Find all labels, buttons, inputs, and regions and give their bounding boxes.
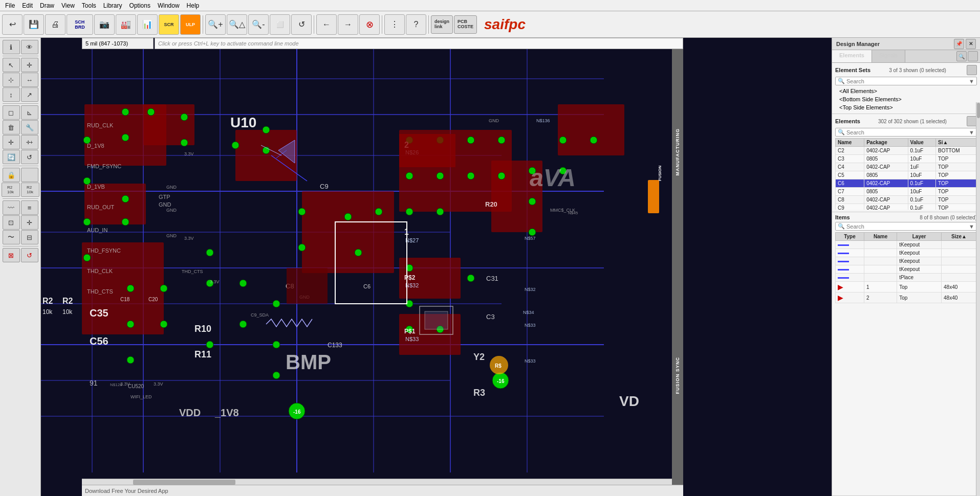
schbrd-button[interactable]: SCHBRD — [67, 14, 93, 35]
lock-button[interactable]: 🔒 — [3, 168, 20, 182]
menu-view[interactable]: View — [58, 1, 78, 10]
table-row[interactable]: C40402-CAP1uFTOP — [836, 163, 977, 171]
list-item[interactable]: tKeepout — [836, 241, 977, 249]
list-item[interactable]: tKeepout — [836, 249, 977, 257]
angle-button[interactable]: ⊾ — [21, 105, 38, 120]
help-button[interactable]: ? — [406, 14, 426, 35]
menu-options[interactable]: Options — [126, 1, 154, 10]
elements-table-scroll[interactable]: Name Package Value Si▲ C20402-CAP0.1uFBO… — [835, 138, 977, 210]
more-button[interactable]: ⋮ — [384, 14, 405, 35]
box-button[interactable]: ⊠ — [3, 248, 20, 262]
zoom-out-button[interactable]: 🔍- — [248, 14, 269, 35]
add-plus-button[interactable]: ✛+ — [21, 135, 38, 149]
element-set-top[interactable]: <Top Side Elements> — [835, 103, 977, 111]
col-name[interactable]: Name — [836, 139, 864, 147]
list-button[interactable]: ≡ — [21, 200, 38, 215]
col-side[interactable]: Si▲ — [936, 139, 977, 147]
menu-window[interactable]: Window — [155, 1, 183, 10]
menu-tools[interactable]: Tools — [79, 1, 99, 10]
ulp-button[interactable]: ULP — [180, 14, 201, 35]
table-row[interactable]: C80402-CAP0.1uFTOP — [836, 196, 977, 204]
pcb-canvas[interactable]: U10 RUD_CLK D_1V8 FMD_FSYNC D_1VB RUD_OU… — [41, 38, 832, 496]
rotate-button[interactable]: 🔄 — [3, 150, 20, 164]
items-search-settings[interactable]: ▼ — [969, 223, 974, 230]
element-sets-search-settings[interactable]: ▼ — [969, 78, 974, 84]
zoom-fit-button[interactable]: ⬜ — [270, 14, 290, 35]
menu-file[interactable]: File — [2, 1, 18, 10]
tab-elements[interactable]: Elements — [832, 50, 872, 62]
menu-edit[interactable]: Edit — [19, 1, 36, 10]
element-set-bottom[interactable]: <Bottom Side Elements> — [835, 95, 977, 103]
move-button[interactable]: ✛ — [21, 58, 38, 72]
new-button[interactable]: ↩ — [2, 14, 23, 35]
select-button[interactable]: ↖ — [3, 58, 20, 72]
list-item[interactable]: tKeepout — [836, 257, 977, 265]
wave-button[interactable]: 〰 — [3, 200, 20, 215]
right-scroll-thumb[interactable] — [977, 103, 980, 118]
table-row[interactable]: C20402-CAP0.1uFBOTTOM — [836, 147, 977, 155]
resize-h-button[interactable]: ↔ — [21, 73, 38, 87]
fab-button[interactable]: 🏭 — [116, 14, 136, 35]
right-scrollbar[interactable] — [976, 102, 980, 496]
wrench-button[interactable]: 🔧 — [21, 120, 38, 134]
element-sets-search-input[interactable] — [846, 78, 967, 84]
dm-pin-button[interactable]: 📌 — [954, 39, 964, 49]
element-sets-settings[interactable]: ⚙ — [967, 65, 977, 75]
wave2-button[interactable]: 〜 — [3, 230, 20, 244]
add-button[interactable]: ✛ — [3, 135, 20, 149]
list-item[interactable]: ▶1Top48x40 — [836, 282, 977, 292]
cam-button[interactable]: 📷 — [94, 14, 115, 35]
horizontal-scrollbar[interactable] — [82, 479, 672, 485]
elements-settings[interactable]: ⚙ — [967, 116, 977, 126]
table-row[interactable]: C5080510uFTOP — [836, 171, 977, 179]
element-set-all[interactable]: <All Elements> — [835, 87, 977, 95]
redo-button[interactable]: → — [338, 14, 358, 35]
diagonal-button[interactable]: ↗ — [21, 87, 38, 102]
undo-lt-button[interactable]: ↺ — [21, 150, 38, 164]
list-item[interactable]: tKeepout — [836, 265, 977, 274]
scroll-thumb[interactable] — [133, 480, 235, 485]
table-row[interactable]: C7080510uFTOP — [836, 188, 977, 196]
items-col-name[interactable]: Name — [864, 233, 897, 241]
cross-button[interactable]: ⊹ — [3, 73, 20, 87]
dm-close-button[interactable]: ✕ — [966, 39, 976, 49]
items-col-layer[interactable]: Layer — [897, 233, 942, 241]
eye-button[interactable]: 👁 — [21, 40, 38, 54]
stop-button[interactable]: ⊗ — [359, 14, 380, 35]
table-row[interactable]: C3080510uFTOP — [836, 155, 977, 163]
add2-button[interactable]: ✛ — [21, 215, 38, 230]
scr-button[interactable]: SCR — [159, 14, 179, 35]
undo-button[interactable]: ← — [316, 14, 337, 35]
items-col-type[interactable]: Type — [836, 233, 864, 241]
items-search-input[interactable] — [846, 223, 967, 230]
col-value[interactable]: Value — [908, 139, 935, 147]
rect-button[interactable]: ◻ — [3, 105, 20, 120]
stat-button[interactable]: 📊 — [137, 14, 158, 35]
rotate2-button[interactable]: ↺ — [21, 248, 38, 262]
items-col-size[interactable]: Size▲ — [942, 233, 977, 241]
resize-v-button[interactable]: ↕ — [3, 87, 20, 102]
menu-help[interactable]: Help — [184, 1, 203, 10]
col-package[interactable]: Package — [864, 139, 908, 147]
list-item[interactable]: ▶2Top48x40 — [836, 292, 977, 303]
save-button[interactable]: 💾 — [24, 14, 44, 35]
list-item[interactable]: tPlace — [836, 274, 977, 282]
dm-search-icon[interactable]: 🔍 — [956, 51, 967, 61]
elements-search-input[interactable] — [846, 129, 967, 136]
items-table-scroll[interactable]: Type Name Layer Size▲ tKeepouttKeepouttK… — [835, 232, 977, 493]
dm-settings-icon[interactable]: ⚙ — [968, 51, 978, 61]
minus-button[interactable]: ⊟ — [21, 230, 38, 244]
r2-left[interactable]: R210k — [2, 183, 20, 197]
elements-search-settings[interactable]: ▼ — [969, 129, 974, 136]
menu-library[interactable]: Library — [100, 1, 125, 10]
blank-button[interactable] — [21, 168, 38, 182]
command-line[interactable]: Click or press Ctrl+L key to activate co… — [155, 38, 683, 49]
table-row[interactable]: C90402-CAP0.1uFTOP — [836, 204, 977, 210]
zoom-in-button[interactable]: 🔍+ — [205, 14, 226, 35]
zoom-reset-button[interactable]: ↺ — [291, 14, 312, 35]
zoom-area-button[interactable]: 🔍△ — [227, 14, 247, 35]
info-button[interactable]: ℹ — [3, 40, 20, 54]
table-row[interactable]: C60402-CAP0.1uFTOP — [836, 179, 977, 188]
print-button[interactable]: 🖨 — [45, 14, 66, 35]
tab-signals[interactable]: Signals — [872, 50, 905, 62]
